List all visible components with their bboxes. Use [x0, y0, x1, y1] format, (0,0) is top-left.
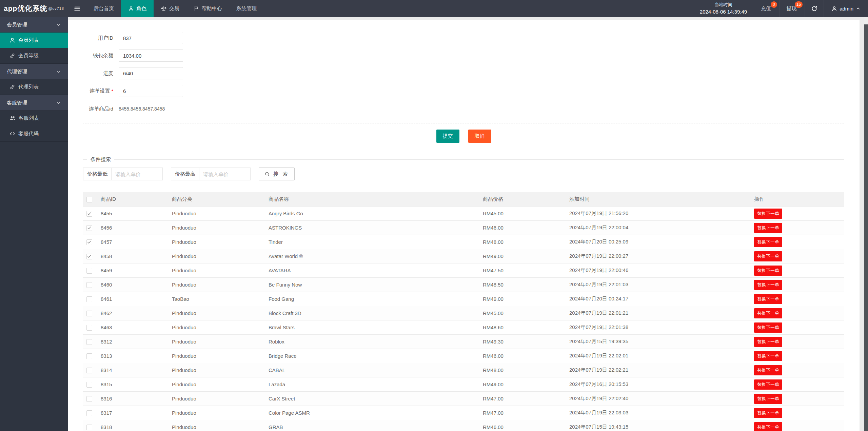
form-field-input[interactable]	[119, 32, 183, 44]
search-button[interactable]: 搜 索	[259, 168, 295, 180]
sidebar-collapse-button[interactable]	[68, 0, 86, 17]
cell-goods-category: Pinduoduo	[169, 420, 265, 431]
cell-goods-price: RM46.00	[479, 349, 566, 363]
row-checkbox[interactable]	[86, 211, 92, 217]
nav-tab-label: 帮助中心	[202, 5, 222, 12]
sidebar-group-label: 客服管理	[7, 100, 27, 106]
replace-next-order-button[interactable]: 替换下一单	[754, 351, 782, 361]
local-time-block: 当地时间 2024-08-06 14:39:49	[693, 0, 754, 17]
row-checkbox[interactable]	[86, 268, 92, 274]
nav-tab-2[interactable]: 角色	[121, 0, 154, 17]
cell-goods-price: RM48.00	[479, 235, 566, 249]
sidebar-group-4[interactable]: 代理管理	[0, 64, 68, 79]
recharge-badge: 0	[771, 1, 777, 8]
row-checkbox[interactable]	[86, 382, 92, 388]
form-field-input[interactable]	[119, 85, 183, 97]
cell-goods-name: CarX Street	[265, 392, 479, 406]
form-field-label: 连单设置*	[68, 85, 119, 97]
replace-next-order-button[interactable]: 替换下一单	[754, 408, 782, 418]
cell-added-time: 2024年07月19日 22:03:03	[566, 406, 751, 420]
table-row: 8313PinduoduoBridge RaceRM46.002024年07月1…	[83, 349, 844, 363]
row-checkbox[interactable]	[86, 311, 92, 316]
cell-actions: 替换下一单	[751, 263, 844, 278]
row-checkbox[interactable]	[86, 282, 92, 288]
refresh-button[interactable]	[805, 0, 824, 17]
row-checkbox[interactable]	[86, 325, 92, 331]
row-checkbox[interactable]	[86, 396, 92, 402]
nav-tab-1[interactable]: 后台首页	[86, 0, 121, 17]
select-all-checkbox[interactable]	[86, 197, 92, 202]
cell-goods-category: Pinduoduo	[169, 349, 265, 363]
admin-user-menu[interactable]: admin	[824, 0, 868, 17]
replace-next-order-button[interactable]: 替换下一单	[754, 379, 782, 390]
cell-goods-id: 8462	[97, 306, 169, 320]
flag-icon	[194, 6, 199, 12]
submit-button[interactable]: 提交	[436, 130, 459, 143]
replace-next-order-button[interactable]: 替换下一单	[754, 422, 782, 431]
cell-goods-id: 8457	[97, 235, 169, 249]
cell-goods-category: Pinduoduo	[169, 392, 265, 406]
replace-next-order-button[interactable]: 替换下一单	[754, 394, 782, 404]
row-checkbox[interactable]	[86, 425, 92, 430]
vertical-scrollbar[interactable]	[864, 17, 868, 431]
replace-next-order-button[interactable]: 替换下一单	[754, 237, 782, 247]
price-max-input[interactable]	[199, 168, 250, 180]
replace-next-order-button[interactable]: 替换下一单	[754, 251, 782, 261]
cell-added-time: 2024年07月19日 22:02:01	[566, 349, 751, 363]
row-checkbox[interactable]	[86, 239, 92, 245]
sidebar-item-label: 代理列表	[18, 84, 39, 90]
nav-tab-5[interactable]: 系统管理	[229, 0, 264, 17]
replace-next-order-button[interactable]: 替换下一单	[754, 322, 782, 333]
sidebar-group-6[interactable]: 客服管理	[0, 95, 68, 111]
form-field-input[interactable]	[119, 50, 183, 62]
price-min-group: 价格最低	[83, 168, 163, 180]
replace-next-order-button[interactable]: 替换下一单	[754, 209, 782, 219]
form-field-input[interactable]	[119, 67, 183, 79]
sidebar-item-2[interactable]: 会员列表	[0, 33, 68, 48]
sidebar-item-5[interactable]: 代理列表	[0, 79, 68, 95]
sidebar-item-3[interactable]: 会员等级	[0, 48, 68, 64]
cell-actions: 替换下一单	[751, 363, 844, 377]
row-checkbox-cell	[83, 292, 97, 306]
sidebar-item-8[interactable]: 客服代码	[0, 126, 68, 142]
replace-next-order-button[interactable]: 替换下一单	[754, 266, 782, 276]
replace-next-order-button[interactable]: 替换下一单	[754, 365, 782, 375]
sidebar-item-7[interactable]: 客服列表	[0, 111, 68, 126]
sidebar-group-1[interactable]: 会员管理	[0, 17, 68, 33]
replace-next-order-button[interactable]: 替换下一单	[754, 308, 782, 318]
cell-added-time: 2024年07月20日 00:25:09	[566, 235, 751, 249]
recharge-button[interactable]: 充值 0	[754, 0, 779, 17]
replace-next-order-button[interactable]: 替换下一单	[754, 294, 782, 304]
row-checkbox[interactable]	[86, 296, 92, 302]
nav-tab-label: 后台首页	[94, 5, 114, 12]
cell-goods-price: RM45.00	[479, 207, 566, 221]
cell-goods-name: CABAL	[265, 363, 479, 377]
cell-added-time: 2024年07月19日 22:01:21	[566, 306, 751, 320]
row-checkbox[interactable]	[86, 353, 92, 359]
cell-goods-price: RM49.00	[479, 377, 566, 392]
replace-next-order-button[interactable]: 替换下一单	[754, 280, 782, 290]
replace-next-order-button[interactable]: 替换下一单	[754, 337, 782, 347]
sidebar-group-label: 会员管理	[7, 22, 27, 28]
withdraw-button[interactable]: 提现 16	[779, 0, 805, 17]
row-checkbox[interactable]	[86, 410, 92, 416]
table-row: 8461TaoBaoFood GangRM49.002024年07月20日 00…	[83, 292, 844, 306]
nav-tab-3[interactable]: 交易	[154, 0, 186, 17]
cell-goods-id: 8316	[97, 392, 169, 406]
nav-tab-label: 交易	[169, 5, 179, 12]
replace-next-order-button[interactable]: 替换下一单	[754, 223, 782, 233]
row-checkbox[interactable]	[86, 368, 92, 373]
nav-tab-4[interactable]: 帮助中心	[186, 0, 229, 17]
cell-goods-category: Pinduoduo	[169, 377, 265, 392]
cancel-button[interactable]: 取消	[468, 130, 491, 143]
scrollbar-thumb[interactable]	[864, 24, 868, 431]
cell-goods-id: 8315	[97, 377, 169, 392]
cell-added-time: 2024年07月19日 22:01:03	[566, 278, 751, 292]
row-checkbox[interactable]	[86, 254, 92, 259]
row-checkbox[interactable]	[86, 339, 92, 345]
row-checkbox[interactable]	[86, 225, 92, 231]
price-min-input[interactable]	[112, 168, 162, 180]
table-row: 8459PinduoduoAVATARARM47.502024年07月19日 2…	[83, 263, 844, 278]
cell-added-time: 2024年07月19日 22:00:04	[566, 221, 751, 235]
cell-goods-name: Bridge Race	[265, 349, 479, 363]
